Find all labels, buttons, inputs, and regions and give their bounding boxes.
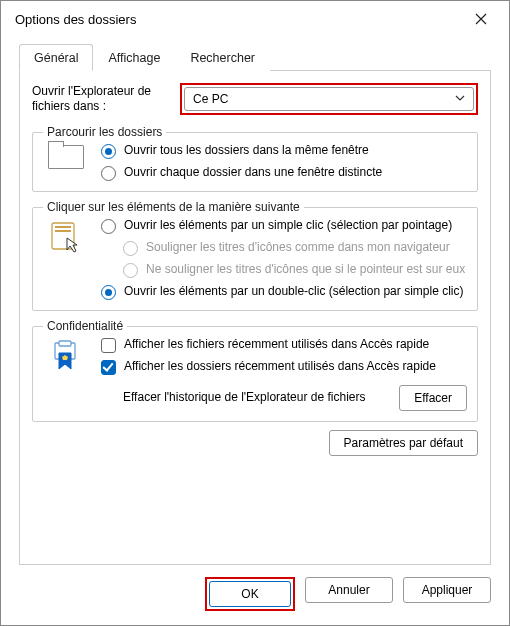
privacy-group: Confidentialité Afficher les f bbox=[32, 319, 478, 422]
tab-display[interactable]: Affichage bbox=[93, 44, 175, 71]
clear-history-label: Effacer l'historique de l'Explorateur de… bbox=[123, 390, 389, 406]
dialog-footer: OK Annuler Appliquer bbox=[19, 565, 491, 611]
click-legend: Cliquer sur les éléments de la manière s… bbox=[43, 200, 304, 214]
tab-general[interactable]: Général bbox=[19, 44, 93, 71]
ok-button[interactable]: OK bbox=[209, 581, 291, 607]
click-icon bbox=[43, 218, 89, 254]
browse-legend: Parcourir les dossiers bbox=[43, 125, 166, 139]
tab-strip: Général Affichage Rechercher bbox=[19, 43, 491, 71]
checkbox-label: Afficher les dossiers récemment utilisés… bbox=[124, 359, 436, 375]
radio-open-new[interactable]: Ouvrir chaque dossier dans une fenêtre d… bbox=[101, 165, 467, 181]
restore-defaults-button[interactable]: Paramètres par défaut bbox=[329, 430, 478, 456]
radio-control[interactable] bbox=[101, 144, 116, 159]
radio-underline-browser: Souligner les titres d'icônes comme dans… bbox=[123, 240, 467, 256]
close-button[interactable] bbox=[463, 5, 499, 33]
radio-control[interactable] bbox=[101, 285, 116, 300]
svg-rect-1 bbox=[55, 226, 71, 228]
privacy-legend: Confidentialité bbox=[43, 319, 127, 333]
open-in-label: Ouvrir l'Explorateur de fichiers dans : bbox=[32, 84, 170, 114]
radio-label: Ouvrir chaque dossier dans une fenêtre d… bbox=[124, 165, 382, 181]
check-recent-folders[interactable]: Afficher les dossiers récemment utilisés… bbox=[101, 359, 467, 375]
radio-label: Ouvrir tous les dossiers dans la même fe… bbox=[124, 143, 369, 159]
radio-control[interactable] bbox=[101, 166, 116, 181]
svg-rect-4 bbox=[59, 341, 71, 346]
open-in-dropdown[interactable]: Ce PC bbox=[184, 87, 474, 111]
radio-label: Souligner les titres d'icônes comme dans… bbox=[146, 240, 450, 256]
browse-group: Parcourir les dossiers Ouvrir tous les d… bbox=[32, 125, 478, 192]
clear-history-button[interactable]: Effacer bbox=[399, 385, 467, 411]
checkbox-control[interactable] bbox=[101, 360, 116, 375]
open-in-value: Ce PC bbox=[193, 92, 228, 106]
radio-label: Ouvrir les éléments par un double-clic (… bbox=[124, 284, 463, 300]
tab-panel-general: Ouvrir l'Explorateur de fichiers dans : … bbox=[19, 71, 491, 565]
radio-control[interactable] bbox=[101, 219, 116, 234]
window-title: Options des dossiers bbox=[15, 12, 136, 27]
chevron-down-icon bbox=[455, 92, 465, 106]
titlebar: Options des dossiers bbox=[1, 1, 509, 37]
tab-search[interactable]: Rechercher bbox=[175, 44, 270, 71]
open-in-highlight: Ce PC bbox=[180, 83, 478, 115]
radio-label: Ouvrir les éléments par un simple clic (… bbox=[124, 218, 452, 234]
dialog-window: Options des dossiers Général Affichage R… bbox=[0, 0, 510, 626]
radio-double-click[interactable]: Ouvrir les éléments par un double-clic (… bbox=[101, 284, 467, 300]
radio-single-click[interactable]: Ouvrir les éléments par un simple clic (… bbox=[101, 218, 467, 234]
cancel-button[interactable]: Annuler bbox=[305, 577, 393, 603]
apply-button[interactable]: Appliquer bbox=[403, 577, 491, 603]
checkbox-label: Afficher les fichiers récemment utilisés… bbox=[124, 337, 429, 353]
radio-control bbox=[123, 263, 138, 278]
quick-access-icon bbox=[43, 337, 89, 373]
check-recent-files[interactable]: Afficher les fichiers récemment utilisés… bbox=[101, 337, 467, 353]
click-group: Cliquer sur les éléments de la manière s… bbox=[32, 200, 478, 311]
radio-control bbox=[123, 241, 138, 256]
radio-underline-hover: Ne souligner les titres d'icônes que si … bbox=[123, 262, 467, 278]
svg-rect-2 bbox=[55, 230, 71, 232]
radio-open-same[interactable]: Ouvrir tous les dossiers dans la même fe… bbox=[101, 143, 467, 159]
ok-highlight: OK bbox=[205, 577, 295, 611]
folder-icon bbox=[43, 143, 89, 169]
radio-label: Ne souligner les titres d'icônes que si … bbox=[146, 262, 465, 278]
checkbox-control[interactable] bbox=[101, 338, 116, 353]
close-icon bbox=[475, 13, 487, 25]
